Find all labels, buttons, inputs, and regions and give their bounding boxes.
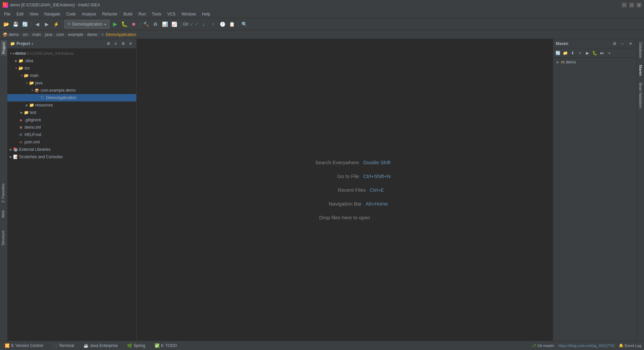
project-hide-btn[interactable]: ✕	[127, 41, 133, 47]
maven-more-btn[interactable]: »	[606, 50, 613, 56]
find-btn[interactable]: 🔍	[240, 20, 248, 28]
search-everywhere-shortcut[interactable]: Double Shift	[363, 160, 391, 165]
menu-analyze[interactable]: Analyze	[79, 11, 99, 17]
menu-navigate[interactable]: Navigate	[42, 11, 63, 17]
stop-button[interactable]: ■	[130, 20, 138, 28]
bottom-tab-spring[interactable]: 🌿 Spring	[125, 343, 147, 349]
maven-refresh-btn[interactable]: 🔄	[554, 50, 561, 56]
tree-item-src[interactable]: ▾ 📂 src	[7, 64, 136, 72]
maven-debug-run-btn[interactable]: 🐛	[591, 50, 598, 56]
bottom-tab-terminal[interactable]: ⬛ Terminal	[50, 343, 76, 349]
event-log-label[interactable]: 🔔 Event Log	[619, 343, 641, 348]
left-tab-project[interactable]: Project	[1, 40, 7, 56]
bottom-tab-version-control[interactable]: 🔀 9: Version Control	[3, 343, 45, 349]
menu-window[interactable]: Window	[179, 11, 199, 17]
maven-add-btn[interactable]: 📁	[562, 50, 569, 56]
git-branch-indicator[interactable]: ⎇ Git master	[532, 343, 554, 348]
tree-item-idea[interactable]: ▶ 📁 .idea	[7, 57, 136, 64]
toolbar-build-btn[interactable]: 🔨	[142, 20, 150, 28]
left-tab-favorites[interactable]: 2: Favorites	[0, 181, 6, 205]
maven-close-btn[interactable]: ✕	[627, 40, 634, 47]
toolbar-back-btn[interactable]: ◀	[33, 20, 41, 28]
breadcrumb-src[interactable]: src	[23, 32, 28, 37]
toolbar-rebuild-btn[interactable]: ♻	[152, 20, 160, 28]
maven-run-btn[interactable]: ▶	[584, 50, 591, 56]
maximize-button[interactable]: □	[629, 3, 634, 7]
debug-button[interactable]: 🐛	[120, 20, 128, 28]
menu-code[interactable]: Code	[63, 11, 78, 17]
main-area: Project Structure 2: Favorites Web 📁 Pro…	[0, 39, 644, 341]
tree-item-external-libs[interactable]: ▶ 📚 External Libraries	[7, 146, 136, 153]
run-button[interactable]: ▶	[111, 20, 119, 28]
tree-item-demo-iml[interactable]: ⚙ demo.iml	[7, 124, 136, 131]
tree-item-label-md: HELP.md	[24, 132, 41, 137]
project-settings-btn[interactable]: ⚙	[120, 41, 126, 47]
left-tab-structure[interactable]: Structure	[0, 228, 6, 248]
menu-run[interactable]: Run	[136, 11, 149, 17]
tree-item-main[interactable]: ▾ 📂 main	[7, 72, 136, 79]
breadcrumb-com[interactable]: com	[56, 32, 64, 37]
title-bar-controls: ─ □ ✕	[622, 3, 641, 7]
breadcrumb-demo2[interactable]: demo	[87, 32, 97, 37]
maven-settings-btn[interactable]: ⚙	[611, 40, 618, 47]
right-tab-maven[interactable]: Maven	[638, 63, 644, 78]
menu-view[interactable]: View	[27, 11, 41, 17]
close-button[interactable]: ✕	[637, 3, 641, 7]
toolbar-action-btn[interactable]: ⚡	[52, 20, 60, 28]
project-sync-btn[interactable]: ⚙	[105, 41, 111, 47]
tree-item-resources[interactable]: ▶ 📁 resources	[7, 101, 136, 109]
toolbar-profiler-btn[interactable]: 📈	[170, 20, 178, 28]
git-push-btn[interactable]: ↑	[209, 20, 217, 28]
run-config-selector[interactable]: ⚙ DemoApplication	[64, 20, 110, 29]
toolbar-open-btn[interactable]: 📂	[2, 20, 10, 28]
menu-edit[interactable]: Edit	[14, 11, 26, 17]
toolbar-forward-btn[interactable]: ▶	[43, 20, 51, 28]
breadcrumb-java[interactable]: java	[45, 32, 52, 37]
breadcrumb-main[interactable]: main	[32, 32, 41, 37]
goto-file-label: Go to File	[299, 173, 359, 179]
tree-item-pom[interactable]: m pom.xml	[7, 138, 136, 146]
version-control-icon: 🔀	[5, 343, 10, 348]
menu-tools[interactable]: Tools	[149, 11, 164, 17]
tree-item-gitignore[interactable]: ■ .gitignore	[7, 116, 136, 124]
maven-add-new-btn[interactable]: +	[577, 50, 583, 56]
goto-file-shortcut[interactable]: Ctrl+Shift+N	[363, 173, 391, 179]
tree-item-java[interactable]: ▾ 📂 java	[7, 79, 136, 87]
git-update-btn[interactable]: ↓	[200, 20, 208, 28]
toolbar-coverage-btn[interactable]: 📊	[161, 20, 169, 28]
tree-item-test[interactable]: ▶ 📁 test	[7, 109, 136, 116]
right-tab-bean-validation[interactable]: Bean Validation	[638, 81, 644, 110]
menu-file[interactable]: File	[1, 11, 13, 17]
menu-build[interactable]: Build	[121, 11, 135, 17]
project-collapse-btn[interactable]: ≡	[113, 41, 119, 47]
project-title-chevron[interactable]	[32, 41, 33, 46]
maven-tree-item-demo[interactable]: ▶ m demo	[554, 59, 635, 65]
git-annotate-btn[interactable]: 📋	[228, 20, 236, 28]
menu-help[interactable]: Help	[199, 11, 213, 17]
menu-refactor[interactable]: Refactor	[100, 11, 120, 17]
right-tab-database[interactable]: Database	[638, 40, 644, 60]
bottom-tab-todo[interactable]: ✅ 6: TODO	[153, 343, 179, 349]
run-config-chevron	[104, 22, 107, 27]
bottom-tab-java-enterprise[interactable]: ☕ Java Enterprise	[82, 343, 120, 349]
tree-item-scratches[interactable]: ▶ 📝 Scratches and Consoles	[7, 153, 136, 161]
git-history-btn[interactable]: 🕐	[218, 20, 226, 28]
breadcrumb-demo[interactable]: 📦 demo	[3, 32, 19, 37]
toolbar-save-btn[interactable]: 💾	[11, 20, 19, 28]
left-tab-web[interactable]: Web	[0, 208, 6, 220]
tree-item-demoapplication[interactable]: © DemoApplication	[7, 94, 136, 101]
tree-item-help-md[interactable]: M HELP.md	[7, 131, 136, 138]
nav-bar-shortcut[interactable]: Alt+Home	[366, 201, 388, 207]
status-url[interactable]: https://blog.csdn.net/qq_45417761	[558, 344, 615, 348]
recent-files-shortcut[interactable]: Ctrl+E	[370, 187, 384, 193]
maven-download-btn[interactable]: ⬇	[569, 50, 576, 56]
minimize-button[interactable]: ─	[622, 3, 627, 7]
breadcrumb-demoapplication[interactable]: © DemoApplication	[101, 32, 136, 37]
tree-item-com-example-demo[interactable]: ▾ 📦 com.example.demo	[7, 87, 136, 94]
menu-vcs[interactable]: VCS	[165, 11, 178, 17]
tree-item-demo-root[interactable]: ▾ ▪ demo E:\CODE\JAVA\_IDEA\demo	[7, 50, 136, 57]
breadcrumb-example[interactable]: example	[68, 32, 83, 37]
maven-hide-btn[interactable]: ─	[619, 40, 626, 47]
maven-skip-btn[interactable]: ⏭	[599, 50, 605, 56]
toolbar-sync-btn[interactable]: 🔄	[21, 20, 29, 28]
